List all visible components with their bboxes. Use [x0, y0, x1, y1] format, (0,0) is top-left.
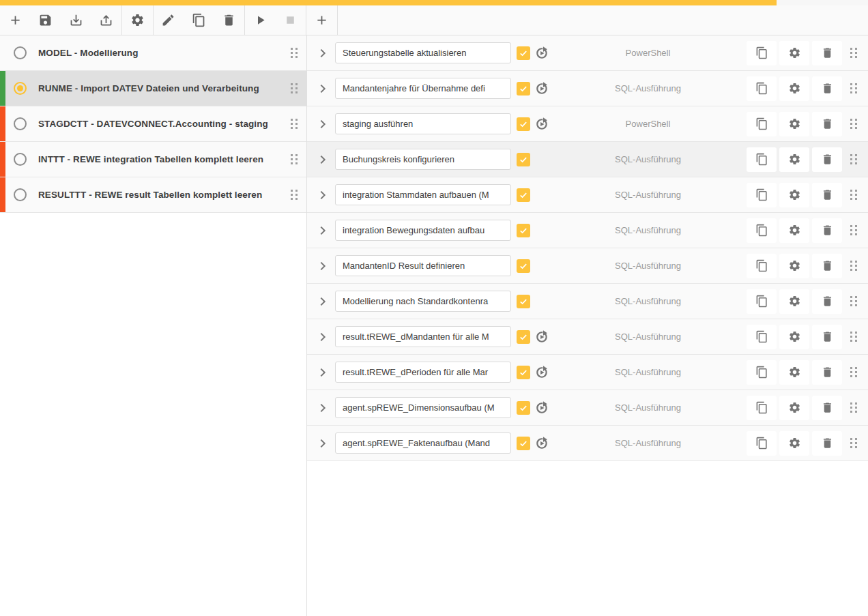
- chevron-right-icon[interactable]: [315, 222, 331, 239]
- job-list-item[interactable]: RESULTTT - REWE result Tabellen komplett…: [0, 177, 306, 213]
- task-name-input[interactable]: [335, 362, 511, 383]
- task-settings-button[interactable]: [779, 396, 809, 420]
- task-name-input[interactable]: [335, 113, 511, 134]
- job-list-item[interactable]: RUNME - Import DATEV Dateien und Verarbe…: [0, 71, 306, 106]
- task-enabled-checkbox[interactable]: [517, 259, 530, 273]
- save-button[interactable]: [31, 5, 61, 35]
- edit-job-button[interactable]: [154, 5, 184, 35]
- job-list-item[interactable]: INTTT - REWE integration Tabellen komple…: [0, 142, 306, 177]
- task-enabled-checkbox[interactable]: [517, 366, 530, 379]
- delete-task-button[interactable]: [812, 76, 842, 101]
- task-settings-button[interactable]: [779, 112, 809, 136]
- job-radio[interactable]: [14, 82, 27, 95]
- task-settings-button[interactable]: [779, 325, 809, 349]
- job-radio[interactable]: [14, 153, 27, 166]
- delete-task-button[interactable]: [812, 41, 842, 65]
- drag-handle-icon[interactable]: [289, 117, 300, 130]
- drag-handle-icon[interactable]: [849, 188, 859, 201]
- duplicate-task-button[interactable]: [747, 76, 777, 101]
- duplicate-task-button[interactable]: [747, 396, 777, 420]
- duplicate-task-button[interactable]: [747, 183, 777, 207]
- task-settings-button[interactable]: [779, 431, 809, 456]
- delete-task-button[interactable]: [812, 112, 842, 136]
- task-name-input[interactable]: [335, 42, 511, 63]
- delete-job-button[interactable]: [214, 5, 245, 35]
- job-radio[interactable]: [14, 46, 27, 59]
- job-list-item[interactable]: MODEL - Modellierung: [0, 35, 306, 71]
- duplicate-task-button[interactable]: [747, 360, 777, 385]
- drag-handle-icon[interactable]: [849, 437, 859, 450]
- task-enabled-checkbox[interactable]: [517, 153, 530, 166]
- task-enabled-checkbox[interactable]: [517, 295, 530, 308]
- drag-handle-icon[interactable]: [849, 82, 859, 95]
- run-button[interactable]: [245, 5, 276, 35]
- job-radio[interactable]: [14, 188, 27, 201]
- drag-handle-icon[interactable]: [849, 366, 859, 379]
- duplicate-task-button[interactable]: [747, 112, 777, 136]
- drag-handle-icon[interactable]: [289, 82, 300, 95]
- task-name-input[interactable]: [335, 326, 511, 347]
- delete-task-button[interactable]: [812, 183, 842, 207]
- import-button[interactable]: [61, 5, 91, 35]
- delete-task-button[interactable]: [812, 396, 842, 420]
- drag-handle-icon[interactable]: [849, 224, 859, 237]
- task-name-input[interactable]: [335, 220, 511, 241]
- duplicate-job-button[interactable]: [184, 5, 214, 35]
- duplicate-task-button[interactable]: [747, 147, 777, 172]
- delete-task-button[interactable]: [812, 147, 842, 172]
- task-settings-button[interactable]: [779, 254, 809, 278]
- delete-task-button[interactable]: [812, 218, 842, 243]
- drag-handle-icon[interactable]: [849, 401, 859, 414]
- task-settings-button[interactable]: [779, 76, 809, 101]
- job-list-item[interactable]: STAGDCTT - DATEVCONNECT.Accounting - sta…: [0, 106, 306, 142]
- duplicate-task-button[interactable]: [747, 218, 777, 243]
- duplicate-task-button[interactable]: [747, 41, 777, 65]
- task-name-input[interactable]: [335, 149, 511, 170]
- add-job-button[interactable]: [0, 5, 31, 35]
- delete-task-button[interactable]: [812, 254, 842, 278]
- task-enabled-checkbox[interactable]: [517, 117, 530, 131]
- task-enabled-checkbox[interactable]: [517, 82, 530, 96]
- task-name-input[interactable]: [335, 397, 511, 418]
- chevron-right-icon[interactable]: [315, 187, 331, 203]
- chevron-right-icon[interactable]: [315, 151, 331, 168]
- drag-handle-icon[interactable]: [849, 330, 859, 343]
- chevron-right-icon[interactable]: [315, 400, 331, 416]
- task-enabled-checkbox[interactable]: [517, 437, 530, 450]
- drag-handle-icon[interactable]: [849, 46, 859, 59]
- drag-handle-icon[interactable]: [849, 295, 859, 308]
- task-name-input[interactable]: [335, 255, 511, 276]
- drag-handle-icon[interactable]: [289, 153, 300, 166]
- chevron-right-icon[interactable]: [315, 364, 331, 381]
- task-settings-button[interactable]: [779, 218, 809, 243]
- add-task-button[interactable]: [306, 5, 337, 35]
- duplicate-task-button[interactable]: [747, 431, 777, 456]
- chevron-right-icon[interactable]: [315, 293, 331, 310]
- task-enabled-checkbox[interactable]: [517, 188, 530, 202]
- drag-handle-icon[interactable]: [849, 259, 859, 272]
- delete-task-button[interactable]: [812, 325, 842, 349]
- task-name-input[interactable]: [335, 291, 511, 312]
- delete-task-button[interactable]: [812, 289, 842, 314]
- task-name-input[interactable]: [335, 78, 511, 99]
- chevron-right-icon[interactable]: [315, 258, 331, 274]
- chevron-right-icon[interactable]: [315, 45, 331, 61]
- chevron-right-icon[interactable]: [315, 80, 331, 97]
- task-settings-button[interactable]: [779, 183, 809, 207]
- drag-handle-icon[interactable]: [849, 153, 859, 166]
- task-enabled-checkbox[interactable]: [517, 401, 530, 415]
- job-radio[interactable]: [14, 117, 27, 130]
- task-enabled-checkbox[interactable]: [517, 46, 530, 60]
- task-enabled-checkbox[interactable]: [517, 224, 530, 237]
- task-name-input[interactable]: [335, 184, 511, 205]
- chevron-right-icon[interactable]: [315, 329, 331, 345]
- export-button[interactable]: [91, 5, 122, 35]
- delete-task-button[interactable]: [812, 360, 842, 385]
- chevron-right-icon[interactable]: [315, 435, 331, 452]
- job-settings-button[interactable]: [122, 5, 153, 35]
- duplicate-task-button[interactable]: [747, 289, 777, 314]
- duplicate-task-button[interactable]: [747, 254, 777, 278]
- delete-task-button[interactable]: [812, 431, 842, 456]
- drag-handle-icon[interactable]: [289, 46, 300, 59]
- task-settings-button[interactable]: [779, 147, 809, 172]
